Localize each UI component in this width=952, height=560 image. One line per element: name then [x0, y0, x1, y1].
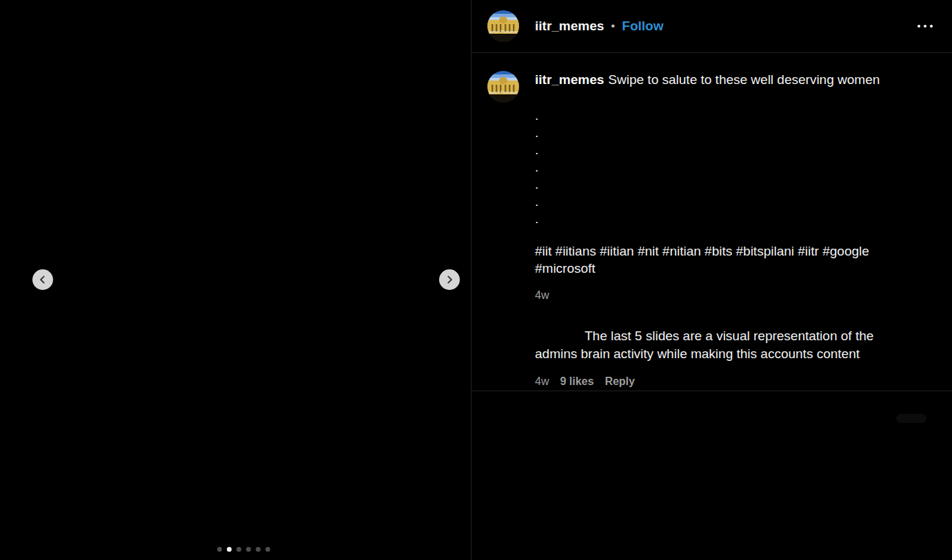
carousel-dot[interactable]	[227, 547, 232, 552]
profile-photo-building: James Thomason	[487, 71, 519, 103]
comment: The last 5 slides are a visual represent…	[535, 327, 880, 391]
more-dots-icon	[918, 25, 920, 28]
comments-section: James Thomason iitr_memesSwipe to salute…	[472, 53, 952, 391]
post-header: James Thomason iitr_memes • Follow	[472, 0, 952, 53]
section-divider	[472, 391, 952, 391]
comment-reply-button[interactable]: Reply	[605, 373, 635, 391]
dot-separator: •	[611, 19, 615, 33]
hashtag-line[interactable]: #iit #iitians #iitian #nit #nitian #bits…	[535, 242, 880, 260]
comment-text-line-2: admins brain activity while making this …	[535, 345, 880, 363]
caption-text-line: iitr_memesSwipe to salute to these well …	[535, 71, 880, 88]
redacted-commenter-username[interactable]	[535, 340, 585, 340]
carousel-dot[interactable]	[256, 547, 261, 552]
chevron-right-icon	[445, 275, 454, 284]
follow-button[interactable]: Follow	[622, 19, 663, 34]
hashtag-line[interactable]: #microsoft	[535, 260, 880, 277]
instagram-post-modal: James Thomason iitr_memes • Follow	[0, 0, 952, 560]
carousel-dot[interactable]	[236, 547, 241, 552]
avatar[interactable]: James Thomason	[487, 71, 519, 103]
caption-timestamp: 4w	[535, 287, 880, 304]
more-options-button[interactable]	[916, 19, 934, 33]
carousel-dot[interactable]	[265, 547, 270, 552]
faint-redacted-element	[896, 414, 926, 423]
carousel-dot[interactable]	[246, 547, 251, 552]
comment-likes[interactable]: 9 likes	[560, 373, 594, 391]
profile-photo-building: James Thomason	[487, 10, 519, 42]
caption-text: Swipe to salute to these well deserving …	[608, 72, 880, 87]
caption-username[interactable]: iitr_memes	[535, 72, 604, 87]
caption-hashtags: #iit #iitians #iitian #nit #nitian #bits…	[535, 242, 880, 277]
post-media	[0, 0, 472, 560]
carousel-next-button[interactable]	[439, 269, 460, 290]
chevron-left-icon	[38, 275, 48, 284]
caption-row: James Thomason iitr_memesSwipe to salute…	[487, 71, 934, 391]
avatar[interactable]: James Thomason	[487, 10, 519, 42]
svg-text:James Thomason: James Thomason	[488, 90, 518, 94]
carousel-dots	[217, 547, 270, 552]
post-info-panel: James Thomason iitr_memes • Follow	[472, 0, 952, 560]
caption-column: iitr_memesSwipe to salute to these well …	[535, 71, 880, 391]
carousel-prev-button[interactable]	[32, 269, 53, 290]
comment-text-line-1: The last 5 slides are a visual represent…	[535, 327, 880, 345]
svg-text:James Thomason: James Thomason	[488, 30, 518, 34]
comment-timestamp: 4w	[535, 373, 549, 391]
header-username[interactable]: iitr_memes	[535, 19, 604, 34]
carousel-dot[interactable]	[217, 547, 222, 552]
caption-dot-lines: . . . . . . .	[535, 107, 880, 227]
comment-meta: 4w 9 likes Reply	[535, 373, 880, 391]
